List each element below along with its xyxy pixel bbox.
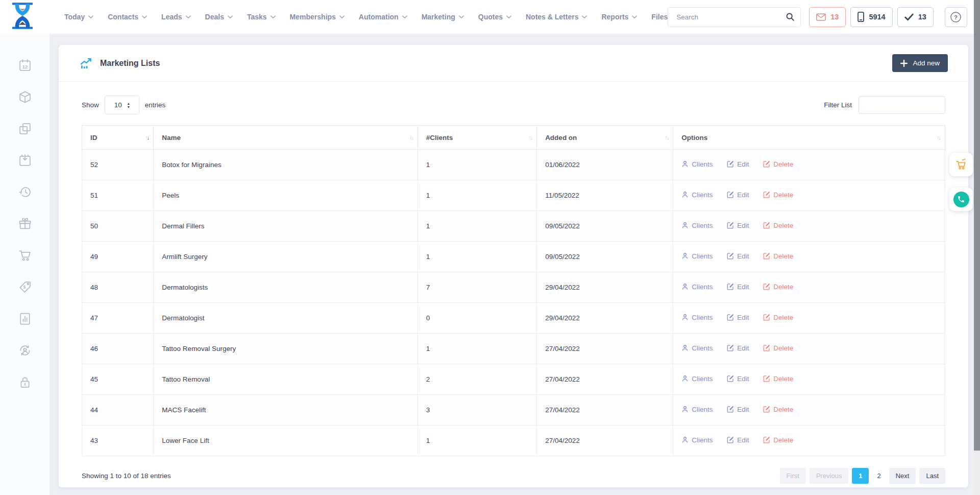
edit-link-label: Edit (737, 406, 749, 413)
help-button[interactable]: ? (945, 7, 967, 27)
sidebar-item-history[interactable] (18, 185, 32, 199)
clients-link[interactable]: Clients (681, 191, 713, 199)
pagination-first[interactable]: First (780, 468, 806, 484)
clients-cell: 1 (418, 334, 536, 364)
added-on-cell: 09/05/2022 (537, 211, 673, 242)
delete-link[interactable]: Delete (763, 283, 793, 291)
edit-link-label: Edit (737, 436, 749, 444)
pagination-previous[interactable]: Previous (810, 468, 849, 484)
name-cell: Dermatologist (154, 303, 418, 334)
search-input[interactable] (675, 13, 786, 21)
nav-item-contacts[interactable]: Contacts (108, 13, 147, 21)
hourglass-logo-icon (11, 2, 34, 30)
pagination-next[interactable]: Next (889, 468, 916, 484)
edit-link[interactable]: Edit (727, 344, 749, 352)
search-icon[interactable] (786, 12, 795, 21)
chevron-down-icon (506, 15, 511, 19)
options-cell: Clients Edit Delete (673, 364, 945, 395)
table-row: 46 Tattoo Removal Surgery 1 27/04/2022 C… (82, 334, 945, 364)
nav-item-memberships[interactable]: Memberships (290, 13, 345, 21)
edit-link[interactable]: Edit (727, 436, 749, 444)
clients-link[interactable]: Clients (681, 222, 713, 229)
name-cell: Tattoo Removal (154, 364, 418, 395)
edit-link[interactable]: Edit (727, 283, 749, 291)
filter-list-input[interactable] (859, 96, 945, 114)
column-header-name[interactable]: Name (154, 126, 418, 150)
nav-item-reports[interactable]: Reports (601, 13, 637, 21)
sidebar-item-account-sync[interactable] (18, 343, 32, 358)
sidebar-item-security[interactable] (18, 375, 32, 389)
delete-link[interactable]: Delete (763, 344, 793, 352)
edit-link[interactable]: Edit (727, 191, 749, 199)
added-on-cell: 09/05/2022 (537, 242, 673, 272)
nav-item-deals[interactable]: Deals (205, 13, 233, 21)
tasks-badge[interactable]: 13 (897, 7, 934, 27)
nav-item-tasks[interactable]: Tasks (247, 13, 276, 21)
clients-link[interactable]: Clients (681, 406, 713, 413)
delete-link[interactable]: Delete (763, 222, 793, 229)
messages-badge[interactable]: 13 (809, 7, 846, 27)
nav-item-marketing[interactable]: Marketing (422, 13, 464, 21)
sidebar-item-gifts[interactable] (18, 217, 32, 231)
sidebar-item-shop[interactable] (18, 248, 32, 263)
delete-link[interactable]: Delete (763, 375, 793, 383)
nav-item-quotes[interactable]: Quotes (478, 13, 511, 21)
app-logo[interactable] (11, 2, 34, 32)
edit-link[interactable]: Edit (727, 160, 749, 168)
nav-item-notes-letters[interactable]: Notes & Letters (526, 13, 587, 21)
nav-item-files[interactable]: Files (651, 13, 668, 21)
add-new-button[interactable]: Add new (892, 54, 948, 72)
edit-link[interactable]: Edit (727, 314, 749, 321)
sidebar-item-bookings[interactable] (18, 153, 32, 168)
edit-link[interactable]: Edit (727, 406, 749, 413)
phone-float-button[interactable] (949, 187, 973, 211)
sidebar-item-packages[interactable] (18, 90, 32, 104)
clients-link[interactable]: Clients (681, 283, 713, 291)
delete-link[interactable]: Delete (763, 406, 793, 413)
clients-link[interactable]: Clients (681, 160, 713, 168)
nav-item-automation[interactable]: Automation (359, 13, 407, 21)
sidebar-item-pricing[interactable]: $ (18, 280, 32, 294)
pagination-page-2[interactable]: 2 (872, 468, 885, 484)
cart-float-button[interactable] (949, 153, 973, 176)
sort-icon (528, 134, 532, 140)
id-cell: 50 (82, 211, 154, 242)
calls-badge[interactable]: 5914 (850, 7, 892, 27)
delete-icon (763, 222, 770, 229)
sidebar-item-duplicates[interactable] (18, 122, 32, 136)
edit-icon (727, 375, 734, 382)
edit-link[interactable]: Edit (727, 375, 749, 383)
edit-link[interactable]: Edit (727, 222, 749, 229)
sidebar-item-calendar[interactable]: 12 (18, 58, 32, 73)
clients-link[interactable]: Clients (681, 436, 713, 444)
delete-link[interactable]: Delete (763, 160, 793, 168)
delete-link[interactable]: Delete (763, 436, 793, 444)
delete-link[interactable]: Delete (763, 252, 793, 260)
column-header-id[interactable]: ID (82, 126, 154, 150)
nav-item-leads[interactable]: Leads (161, 13, 190, 21)
nav-item-today[interactable]: Today (64, 13, 93, 21)
delete-link[interactable]: Delete (763, 314, 793, 321)
pagination-page-1[interactable]: 1 (852, 468, 869, 484)
table-row: 43 Lower Face Lift 1 27/04/2022 Clients … (82, 426, 945, 456)
page-size-select[interactable]: 10 (105, 96, 139, 114)
column-header-clients[interactable]: #Clients (418, 126, 536, 150)
column-header-options[interactable]: Options (673, 126, 945, 150)
clients-link[interactable]: Clients (681, 375, 713, 383)
column-header-added-on[interactable]: Added on (537, 126, 673, 150)
edit-icon (727, 191, 734, 198)
shopping-cart-icon (18, 248, 32, 263)
edit-link[interactable]: Edit (727, 252, 749, 260)
edit-link-label: Edit (737, 375, 749, 383)
scrollbar-track[interactable] (974, 0, 980, 495)
id-cell: 51 (82, 180, 154, 211)
scrollbar-thumb[interactable] (974, 0, 980, 451)
clients-link[interactable]: Clients (681, 252, 713, 260)
added-on-cell: 27/04/2022 (537, 364, 673, 395)
sidebar-item-reports[interactable] (18, 312, 32, 326)
clients-link[interactable]: Clients (681, 314, 713, 321)
id-cell: 44 (82, 395, 154, 426)
clients-link[interactable]: Clients (681, 344, 713, 352)
delete-link[interactable]: Delete (763, 191, 793, 199)
pagination-last[interactable]: Last (919, 468, 945, 484)
